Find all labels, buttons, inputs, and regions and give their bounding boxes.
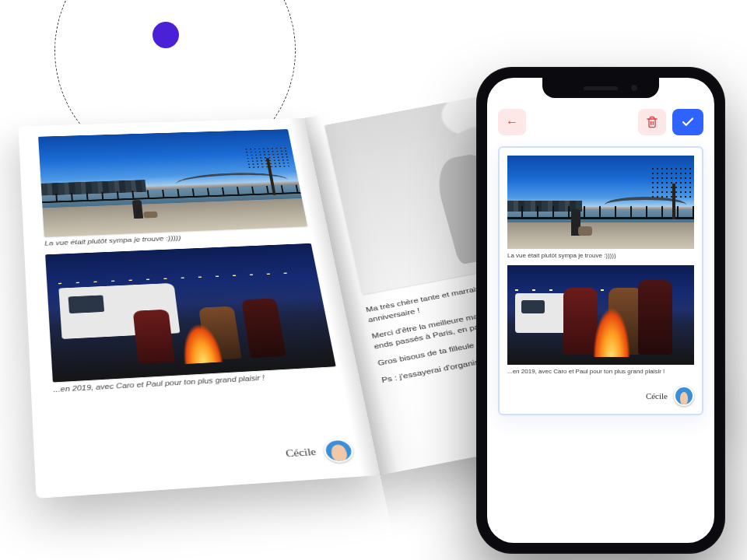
card-caption-2: ...en 2019, avec Caro et Paul pour ton p…	[507, 368, 694, 375]
book-signer-name: Cécile	[285, 446, 317, 460]
card-photo-riverside	[507, 156, 694, 249]
confirm-button[interactable]	[672, 109, 703, 135]
card-signer-avatar	[674, 386, 694, 406]
arrow-left-icon: ←	[506, 115, 518, 129]
back-button[interactable]: ←	[498, 109, 526, 135]
app-toolbar: ←	[498, 109, 703, 135]
book-signer-avatar	[322, 439, 355, 464]
check-icon	[681, 115, 695, 129]
phone-notch	[542, 78, 659, 98]
card-signer-name: Cécile	[646, 391, 668, 401]
book-photo-riverside	[38, 129, 307, 237]
card-photo-campfire	[507, 265, 694, 365]
trash-icon	[646, 116, 658, 128]
book-photo-campfire	[45, 243, 336, 383]
app-screen: ←	[487, 78, 714, 543]
contribution-card[interactable]: La vue était plutôt sympa je trouve :)))…	[498, 146, 703, 415]
delete-button[interactable]	[638, 109, 666, 135]
phone-mockup: ←	[476, 67, 725, 554]
card-caption-1: La vue était plutôt sympa je trouve :)))…	[507, 252, 694, 259]
